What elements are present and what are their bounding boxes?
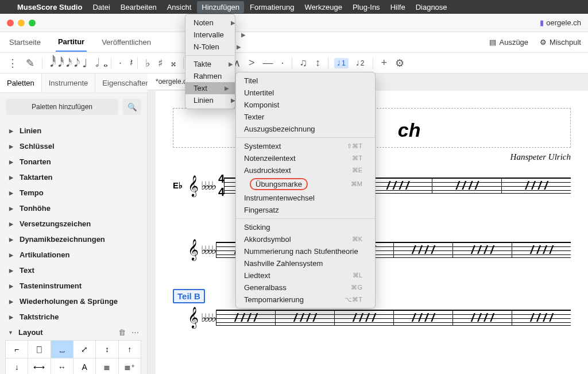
layout-cell[interactable]: ↓ [5, 358, 28, 374]
tab-veroeffentlichen[interactable]: Veröffentlichen [99, 33, 153, 51]
sharp-icon[interactable]: ♯ [156, 56, 165, 71]
layout-cell[interactable]: A [73, 358, 96, 374]
mi-liedtext[interactable]: Liedtext⌘L [236, 269, 375, 282]
palette-linien[interactable]: ▶Linien [0, 123, 147, 138]
menu-diagnose[interactable]: Diagnose [416, 3, 447, 11]
note-quarter[interactable]: ♩ [80, 55, 89, 71]
palette-tonhoehe[interactable]: ▶Tonhöhe [0, 201, 147, 216]
menu-linien[interactable]: Linien▶ [185, 94, 235, 106]
mi-komponist[interactable]: Komponist [236, 99, 375, 111]
mi-akkordsymbol[interactable]: Akkordsymbol⌘K [236, 233, 375, 245]
mi-texter[interactable]: Texter [236, 111, 375, 123]
note-32nd[interactable]: 𝅘𝅥𝅰 [56, 55, 60, 71]
menu-ansicht[interactable]: Ansicht [167, 3, 192, 11]
menu-takte[interactable]: Takte▶ [185, 58, 235, 70]
mi-sticking[interactable]: Sticking [236, 221, 375, 233]
palette-wiederholungen[interactable]: ▶Wiederholungen & Sprünge [0, 294, 147, 309]
layout-cell[interactable]: ↕ [95, 340, 118, 358]
note-16th[interactable]: 𝅘𝅥𝅯 [64, 55, 68, 71]
mi-ausdruckstext[interactable]: Ausdruckstext⌘E [236, 164, 375, 176]
layout-cell[interactable]: ≣ [95, 358, 118, 374]
voice-2-button[interactable]: ♩2 [353, 58, 368, 68]
note-8th[interactable]: 𝅘𝅥𝅮 [72, 55, 76, 71]
note-whole[interactable]: 𝅝 [102, 55, 105, 71]
mi-auszugsbez[interactable]: Auszugsbezeichnung [236, 123, 375, 135]
menu-plugins[interactable]: Plug-Ins [353, 3, 380, 11]
palette-text[interactable]: ▶Text [0, 263, 147, 278]
layout-cell[interactable]: ⎵ [51, 340, 74, 358]
fullscreen-window-icon[interactable] [29, 20, 36, 26]
parts-button[interactable]: ▤Auszüge [489, 38, 528, 47]
menu-hilfe[interactable]: Hilfe [390, 3, 405, 11]
minimize-window-icon[interactable] [18, 20, 25, 26]
tab-partitur[interactable]: Partitur [56, 33, 87, 52]
mi-generalbass[interactable]: Generalbass⌘G [236, 282, 375, 294]
staff-3[interactable]: / / / // / / // / / // / / // / / // / /… [216, 310, 571, 326]
staccato-icon[interactable]: · [280, 56, 286, 70]
menu-werkzeuge[interactable]: Werkzeuge [304, 3, 342, 11]
more-dots-icon[interactable]: ⋯ [131, 328, 139, 337]
rest-icon[interactable]: 𝄽 [128, 56, 131, 70]
rehearsal-mark[interactable]: Teil B [173, 289, 205, 303]
mi-titel[interactable]: Titel [236, 75, 375, 87]
settings-icon[interactable]: ⚙ [393, 56, 406, 71]
menu-dots-icon[interactable]: ⋮ [6, 56, 20, 71]
mixer-button[interactable]: ⚙Mischpult [540, 38, 581, 47]
palette-versetzungszeichen[interactable]: ▶Versetzungszeichen [0, 216, 147, 232]
layout-cell[interactable]: ⤢ [73, 340, 96, 358]
mi-fingersatz[interactable]: Fingersatz [236, 204, 375, 216]
palette-taktstriche[interactable]: ▶Taktstriche [0, 309, 147, 325]
menu-bearbeiten[interactable]: Bearbeiten [121, 3, 157, 11]
menu-noten[interactable]: Noten▶ [185, 17, 235, 29]
palette-tempo[interactable]: ▶Tempo [0, 185, 147, 201]
note-half[interactable]: 𝅗𝅥 [94, 55, 97, 71]
tenuto-icon[interactable]: — [261, 56, 275, 70]
palette-tonarten[interactable]: ▶Tonarten [0, 154, 147, 169]
pencil-icon[interactable]: ✎ [24, 56, 36, 71]
mi-untertitel[interactable]: Untertitel [236, 87, 375, 99]
palette-layout[interactable]: ▼Layout [8, 328, 43, 337]
layout-cell[interactable]: ⌐ [5, 340, 28, 358]
palette-schluessel[interactable]: ▶Schlüssel [0, 138, 147, 154]
layout-cell[interactable]: ↔ [51, 358, 74, 374]
mi-tempomarkierung[interactable]: Tempomarkierung⌥⌘T [236, 294, 375, 306]
trash-icon[interactable]: 🗑 [118, 328, 126, 337]
layout-cell[interactable]: ⎕ [28, 340, 51, 358]
close-window-icon[interactable] [7, 20, 14, 26]
menu-text[interactable]: Text▶ [185, 82, 235, 94]
menu-ntolen[interactable]: N-Tolen▶ [185, 41, 235, 53]
palette-artikulationen[interactable]: ▶Artikulationen [0, 247, 147, 263]
layout-cell[interactable]: ↑ [118, 340, 141, 358]
tab-startseite[interactable]: Startseite [7, 33, 43, 51]
mi-uebungsmarke[interactable]: Übungsmarke⌘M [236, 176, 375, 192]
app-name[interactable]: MuseScore Studio [17, 3, 82, 11]
menu-rahmen[interactable]: Rahmen▶ [185, 70, 235, 82]
mi-nashville[interactable]: Nashville Zahlensystem [236, 257, 375, 269]
add-palette-button[interactable]: Paletten hinzufügen [6, 99, 118, 115]
subtab-instrumente[interactable]: Instrumente [42, 74, 96, 92]
subtab-paletten[interactable]: Paletten [0, 74, 42, 92]
tuplet-icon[interactable]: ♫ [298, 56, 310, 70]
mi-instrumentenwechsel[interactable]: Instrumentenwechsel [236, 192, 375, 204]
menu-datei[interactable]: Datei [92, 3, 110, 11]
double-sharp-icon[interactable]: 𝄪 [169, 56, 177, 70]
menu-hinzufuegen[interactable]: Hinzufügen [197, 1, 244, 13]
mi-stufentheorie[interactable]: Nummerierung nach Stufentheorie [236, 245, 375, 257]
dot-icon[interactable]: · [117, 56, 123, 70]
menu-intervalle[interactable]: Intervalle▶ [185, 29, 235, 41]
palette-tasteninstrument[interactable]: ▶Tasteninstrument [0, 278, 147, 294]
palette-dynamik[interactable]: ▶Dynamikbezeichnungen [0, 232, 147, 247]
add-icon[interactable]: + [379, 56, 389, 70]
palette-taktarten[interactable]: ▶Taktarten [0, 169, 147, 185]
layout-cell[interactable]: ≣⁺ [118, 358, 141, 374]
accent-icon[interactable]: > [247, 56, 257, 70]
mi-notenzeilentext[interactable]: Notenzeilentext⌘T [236, 152, 375, 164]
flat-icon[interactable]: ♭ [144, 56, 152, 71]
note-64th[interactable]: 𝅘𝅥𝅱 [48, 55, 52, 71]
mi-systemtext[interactable]: Systemtext⇧⌘T [236, 140, 375, 152]
voice-1-button[interactable]: ♩1 [334, 58, 349, 68]
layout-cell[interactable]: ⟷ [28, 358, 51, 374]
flip-icon[interactable]: ↕ [314, 56, 322, 70]
search-palette-button[interactable]: 🔍 [123, 99, 141, 115]
menu-formatierung[interactable]: Formatierung [250, 3, 294, 11]
